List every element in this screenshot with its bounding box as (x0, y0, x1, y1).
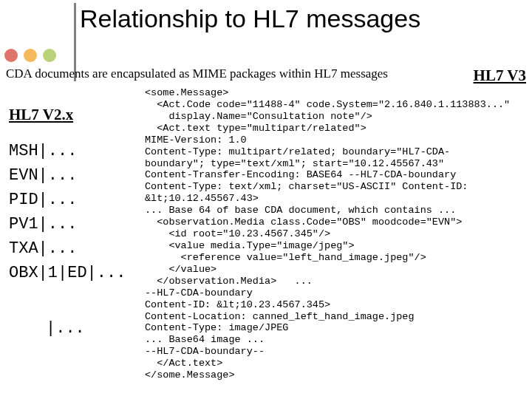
dot-icon (24, 49, 37, 62)
slide-title: Relationship to HL7 messages (80, 4, 420, 33)
v3-heading: HL7 V3 (474, 66, 526, 85)
v2-segment-tail: |... (46, 319, 85, 338)
slide-subtitle: CDA documents are encapsulated as MIME p… (6, 66, 388, 81)
v2-heading: HL7 V2.x (9, 106, 73, 124)
dot-icon (4, 49, 18, 62)
bullet-dots (4, 49, 56, 62)
v2-segment-list: MSH|... EVN|... PID|... PV1|... TXA|... … (9, 139, 126, 285)
v3-xml-block: <some.Message> <Act.Code code="11488-4" … (145, 87, 510, 381)
dot-icon (43, 49, 56, 62)
